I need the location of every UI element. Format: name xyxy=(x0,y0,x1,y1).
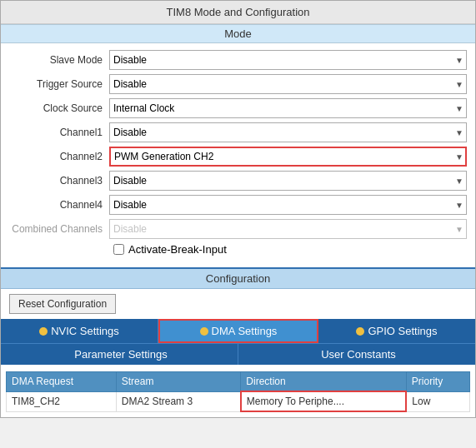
mode-section: Slave Mode Disable ▼ Trigger Source Disa… xyxy=(1,50,475,267)
param-label: Parameter Settings xyxy=(74,348,167,361)
nvic-label: NVIC Settings xyxy=(51,325,119,337)
tab-dma-settings[interactable]: DMA Settings xyxy=(158,319,318,343)
tab-gpio-settings[interactable]: GPIO Settings xyxy=(318,319,475,343)
trigger-source-row: Trigger Source Disable ▼ xyxy=(9,74,467,94)
cell-dma-request: TIM8_CH2 xyxy=(7,391,117,411)
channel1-label: Channel1 xyxy=(9,127,109,138)
cell-direction: Memory To Periphe.... xyxy=(241,391,406,411)
user-const-label: User Constants xyxy=(321,348,396,361)
slave-mode-row: Slave Mode Disable ▼ xyxy=(9,50,467,70)
page-wrapper: TIM8 Mode and Configuration Mode Slave M… xyxy=(0,0,476,418)
channel2-select-wrapper: PWM Generation CH2 ▼ xyxy=(109,147,467,167)
trigger-source-select-wrapper: Disable ▼ xyxy=(109,74,467,94)
col-stream: Stream xyxy=(116,372,241,392)
col-priority: Priority xyxy=(406,372,469,392)
channel1-row: Channel1 Disable ▼ xyxy=(9,122,467,142)
config-header: Configuration xyxy=(1,269,475,289)
channel3-row: Channel3 Disable ▼ xyxy=(9,171,467,191)
combined-channels-select-wrapper: Disable ▼ xyxy=(109,219,467,239)
dma-table-container: DMA Request Stream Direction Priority TI… xyxy=(1,365,475,417)
mode-section-header: Mode xyxy=(1,24,475,43)
clock-source-row: Clock Source Internal Clock ▼ xyxy=(9,98,467,118)
reset-config-button[interactable]: Reset Configuration xyxy=(9,294,116,314)
channel4-select-wrapper: Disable ▼ xyxy=(109,195,467,215)
channel1-select-wrapper: Disable ▼ xyxy=(109,122,467,142)
main-container: TIM8 Mode and Configuration Mode Slave M… xyxy=(0,0,476,418)
activate-break-checkbox[interactable] xyxy=(113,244,124,255)
reset-row: Reset Configuration xyxy=(1,289,475,319)
col-dma-request: DMA Request xyxy=(7,372,117,392)
clock-source-select-wrapper: Internal Clock ▼ xyxy=(109,98,467,118)
channel4-label: Channel4 xyxy=(9,199,109,211)
table-row: TIM8_CH2 DMA2 Stream 3 Memory To Periphe… xyxy=(7,391,470,411)
channel3-select-wrapper: Disable ▼ xyxy=(109,171,467,191)
tab-nvic-settings[interactable]: NVIC Settings xyxy=(1,319,158,343)
clock-source-label: Clock Source xyxy=(9,102,109,114)
tab-parameter-settings[interactable]: Parameter Settings xyxy=(1,344,238,365)
channel2-select[interactable]: PWM Generation CH2 xyxy=(109,147,467,167)
combined-channels-row: Combined Channels Disable ▼ xyxy=(9,219,467,239)
clock-source-select[interactable]: Internal Clock xyxy=(109,98,467,118)
channel2-row: Channel2 PWM Generation CH2 ▼ xyxy=(9,147,467,167)
slave-mode-label: Slave Mode xyxy=(9,54,109,66)
slave-mode-select[interactable]: Disable xyxy=(109,50,467,70)
nvic-dot xyxy=(39,327,48,336)
dma-table: DMA Request Stream Direction Priority TI… xyxy=(6,371,470,412)
dma-label: DMA Settings xyxy=(212,325,278,337)
trigger-source-label: Trigger Source xyxy=(9,78,109,90)
activate-break-row: Activate-Break-Input xyxy=(113,243,467,256)
cell-priority: Low xyxy=(406,391,469,411)
tabs-row-1: NVIC Settings DMA Settings GPIO Settings xyxy=(1,319,475,343)
channel4-select[interactable]: Disable xyxy=(109,195,467,215)
tab-user-constants[interactable]: User Constants xyxy=(238,344,475,365)
channel3-label: Channel3 xyxy=(9,175,109,187)
dma-dot xyxy=(200,327,208,336)
trigger-source-select[interactable]: Disable xyxy=(109,74,467,94)
window-title: TIM8 Mode and Configuration xyxy=(1,1,475,24)
gpio-dot xyxy=(356,327,364,336)
config-section: Configuration Reset Configuration NVIC S… xyxy=(1,267,475,417)
dma-table-header-row: DMA Request Stream Direction Priority xyxy=(7,372,470,392)
activate-break-label: Activate-Break-Input xyxy=(128,243,227,256)
tabs-row-2: Parameter Settings User Constants xyxy=(1,343,475,365)
col-direction: Direction xyxy=(241,372,406,392)
channel2-label: Channel2 xyxy=(9,151,109,162)
channel1-select[interactable]: Disable xyxy=(109,122,467,142)
cell-stream: DMA2 Stream 3 xyxy=(116,391,241,411)
channel4-row: Channel4 Disable ▼ xyxy=(9,195,467,215)
channel3-select[interactable]: Disable xyxy=(109,171,467,191)
combined-channels-label: Combined Channels xyxy=(9,223,109,235)
combined-channels-select[interactable]: Disable xyxy=(109,219,467,239)
slave-mode-select-wrapper: Disable ▼ xyxy=(109,50,467,70)
gpio-label: GPIO Settings xyxy=(368,325,437,337)
